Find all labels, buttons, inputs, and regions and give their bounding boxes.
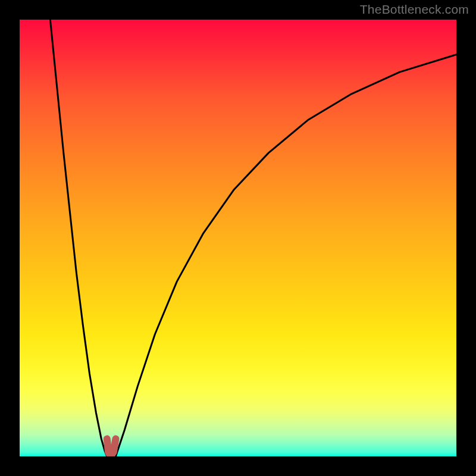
min-marker [107, 439, 116, 456]
chart-plot-area [20, 20, 456, 456]
chart-curves [20, 20, 456, 456]
watermark-label: TheBottleneck.com [360, 2, 469, 17]
left-branch-curve [50, 20, 107, 456]
chart-frame: TheBottleneck.com [0, 0, 476, 476]
right-branch-curve [116, 55, 457, 456]
